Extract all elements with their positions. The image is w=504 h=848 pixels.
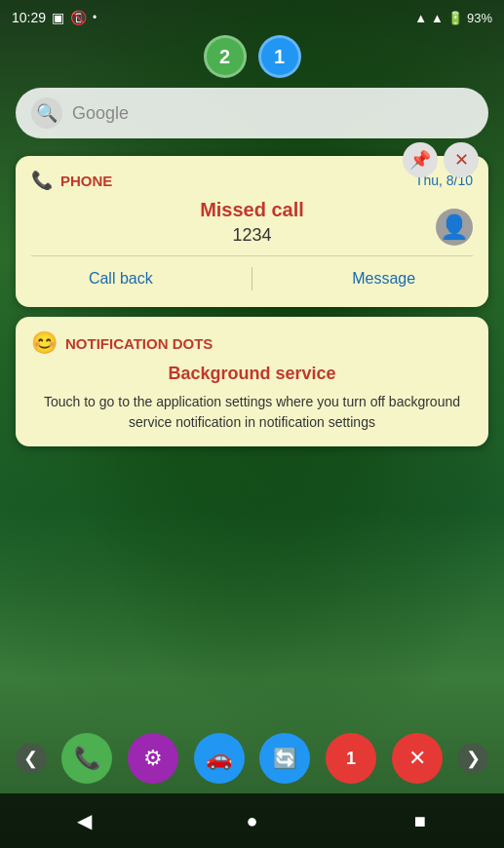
search-icon: 🔍 xyxy=(31,97,62,129)
close-card-button[interactable]: ✕ xyxy=(444,142,479,177)
badge-1[interactable]: 1 xyxy=(258,35,301,78)
dock-bar: ❮ 📞 ⚙ 🚗 🔄 1 ✕ ❯ xyxy=(0,723,504,793)
recents-button[interactable]: ■ xyxy=(401,801,440,840)
card-action-buttons: 📌 ✕ xyxy=(403,142,479,177)
search-placeholder: Google xyxy=(72,103,129,124)
notification-dots-card[interactable]: 😊 NOTIFICATION DOTS Background service T… xyxy=(16,317,488,446)
status-left: 10:29 ▣ 📵 • xyxy=(12,10,97,25)
signal-icon: ▲ xyxy=(431,11,444,25)
battery-icon: 🔋 xyxy=(447,11,463,25)
dock-chevron-right[interactable]: ❯ xyxy=(457,743,488,774)
message-button[interactable]: Message xyxy=(336,264,431,293)
notif-header: 😊 NOTIFICATION DOTS xyxy=(31,330,473,356)
badge-2[interactable]: 2 xyxy=(204,35,247,78)
notification-icon: • xyxy=(93,11,97,24)
dock-car-icon[interactable]: 🚗 xyxy=(194,733,245,784)
app-name-label: PHONE xyxy=(60,173,112,189)
phone-icon: 📞 xyxy=(31,170,53,191)
battery-percent: 93% xyxy=(467,11,492,25)
pin-button[interactable]: 📌 xyxy=(403,142,438,177)
wifi-icon: ▲ xyxy=(414,11,427,25)
dock-settings-icon[interactable]: ⚙ xyxy=(128,733,178,784)
calls-icon: 📵 xyxy=(70,10,87,25)
call-back-button[interactable]: Call back xyxy=(73,264,169,293)
time-display: 10:29 xyxy=(12,10,46,25)
back-button[interactable]: ◀ xyxy=(64,801,103,840)
call-actions-row: Call back Message xyxy=(31,264,473,293)
missed-call-title: Missed call xyxy=(31,199,473,221)
cards-area: 📌 ✕ 📞 PHONE Thu, 8/10 👤 Missed call 1234… xyxy=(16,156,488,456)
dock-badge-icon[interactable]: 1 xyxy=(326,733,376,784)
dock-chevron-left[interactable]: ❮ xyxy=(16,743,47,774)
dock-phone-icon[interactable]: 📞 xyxy=(61,733,112,784)
home-button[interactable]: ● xyxy=(232,801,271,840)
dock-close-icon[interactable]: ✕ xyxy=(392,733,443,784)
app-name-row: 📞 PHONE xyxy=(31,170,112,191)
vertical-divider xyxy=(252,267,252,290)
search-bar[interactable]: 🔍 Google xyxy=(16,88,488,138)
smiley-icon: 😊 xyxy=(31,330,58,356)
phone-card: 📌 ✕ 📞 PHONE Thu, 8/10 👤 Missed call 1234… xyxy=(16,156,488,307)
status-bar: 10:29 ▣ 📵 • ▲ ▲ 🔋 93% xyxy=(0,0,504,35)
nav-bar: ◀ ● ■ xyxy=(0,793,504,848)
status-right: ▲ ▲ 🔋 93% xyxy=(414,11,492,25)
caller-number: 1234 xyxy=(31,225,473,246)
bg-service-title: Background service xyxy=(31,364,473,384)
avatar[interactable]: 👤 xyxy=(436,209,473,246)
notif-description: Touch to go to the application settings … xyxy=(31,392,473,433)
badge-area: 2 1 xyxy=(204,35,301,78)
card-divider xyxy=(31,255,473,256)
messages-icon: ▣ xyxy=(52,10,64,25)
notif-app-name: NOTIFICATION DOTS xyxy=(65,335,213,352)
dock-clock-icon[interactable]: 🔄 xyxy=(259,733,310,784)
